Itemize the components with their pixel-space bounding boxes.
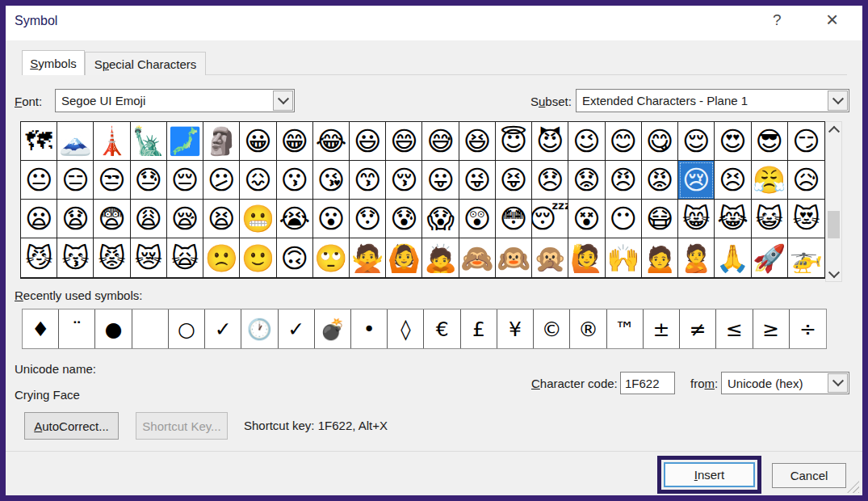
symbol-cell[interactable]: 😈 (532, 122, 568, 161)
recent-symbol-cell[interactable]: © (534, 309, 570, 348)
symbol-cell[interactable]: 😶 (606, 200, 642, 238)
symbol-cell[interactable]: 🙂 (240, 238, 276, 277)
recent-symbol-cell[interactable]: ≠ (680, 309, 716, 348)
from-select[interactable]: Unicode (hex) (721, 372, 849, 394)
symbol-cell[interactable]: 🙄 (313, 238, 350, 277)
recent-symbol-cell[interactable]: ÷ (790, 309, 826, 348)
symbol-cell[interactable]: 😐 (21, 161, 57, 200)
recent-symbol-cell[interactable]: ® (570, 309, 606, 348)
symbol-cell[interactable]: 🗻 (57, 122, 94, 161)
symbol-cell[interactable]: 😬 (240, 200, 276, 238)
symbol-cell[interactable]: 😓 (131, 161, 167, 200)
symbol-cell[interactable]: 😡 (642, 161, 678, 200)
recent-symbol-cell[interactable] (132, 309, 169, 348)
symbol-cell[interactable]: 😎 (752, 122, 788, 161)
recent-symbol-cell[interactable]: ✓ (205, 309, 241, 348)
symbol-cell[interactable]: 😅 (422, 122, 459, 161)
symbol-cell[interactable]: 🗿 (203, 122, 240, 161)
symbol-cell[interactable]: 🙊 (532, 238, 568, 277)
symbol-cell[interactable]: 😴 (532, 200, 568, 238)
symbol-cell[interactable]: 😻 (788, 200, 824, 238)
symbol-cell[interactable]: 😵 (568, 200, 605, 238)
recent-symbol-cell[interactable]: ≥ (753, 309, 790, 348)
symbol-cell[interactable]: 🙀 (167, 238, 203, 277)
symbol-cell[interactable]: 🙅 (350, 238, 386, 277)
symbol-cell[interactable]: 😯 (350, 200, 386, 238)
symbol-cell[interactable]: 😽 (57, 238, 94, 277)
symbol-cell[interactable]: 😤 (752, 161, 788, 200)
symbol-cell[interactable]: 😋 (642, 122, 678, 161)
symbol-cell[interactable]: 🙏 (715, 238, 751, 277)
recent-symbol-cell[interactable]: 💣 (315, 309, 351, 348)
recent-symbol-cell[interactable]: ¨ (59, 309, 95, 348)
recent-symbol-cell[interactable]: £ (461, 309, 497, 348)
symbol-cell[interactable]: 🚁 (788, 238, 824, 277)
symbol-cell[interactable]: 😳 (496, 200, 532, 238)
symbol-cell[interactable]: 🙁 (203, 238, 240, 277)
character-code-input[interactable] (620, 372, 675, 394)
from-select-dropdown-button[interactable] (828, 373, 848, 393)
symbol-cell[interactable]: 😉 (568, 122, 605, 161)
symbol-cell[interactable]: 😑 (57, 161, 94, 200)
symbol-cell[interactable]: 😄 (386, 122, 422, 161)
symbol-cell[interactable]: 😕 (203, 161, 240, 200)
scrollbar-thumb[interactable] (828, 211, 840, 238)
symbol-cell[interactable]: 😿 (131, 238, 167, 277)
symbol-cell[interactable]: 🙆 (386, 238, 422, 277)
symbol-cell[interactable]: 😖 (240, 161, 276, 200)
symbol-cell[interactable]: 😜 (459, 161, 496, 200)
symbol-cell[interactable]: 😥 (788, 161, 824, 200)
symbol-cell[interactable]: 😍 (715, 122, 751, 161)
symbol-cell[interactable]: 🙍 (642, 238, 678, 277)
subset-select-dropdown-button[interactable] (828, 91, 848, 111)
symbol-cell[interactable]: 😟 (568, 161, 605, 200)
symbol-cell[interactable]: 🙌 (606, 238, 642, 277)
close-icon[interactable]: × (821, 6, 843, 33)
recent-symbol-cell[interactable]: 🕐 (241, 309, 278, 348)
recent-symbol-cell[interactable]: ○ (169, 309, 205, 348)
symbol-cell[interactable]: 🙎 (678, 238, 715, 277)
symbol-cell[interactable]: 😼 (21, 238, 57, 277)
symbol-cell[interactable]: 😦 (21, 200, 57, 238)
symbol-cell[interactable]: 😔 (167, 161, 203, 200)
font-select[interactable]: Segoe UI Emoji (55, 89, 295, 112)
symbol-cell[interactable]: 🗾 (167, 122, 203, 161)
symbol-cell[interactable]: 😲 (459, 200, 496, 238)
symbol-cell[interactable]: 🚀 (752, 238, 788, 277)
symbol-cell[interactable]: 🗼 (94, 122, 130, 161)
symbol-cell[interactable]: 😫 (203, 200, 240, 238)
symbol-cell[interactable]: 😠 (606, 161, 642, 200)
symbol-cell[interactable]: 🙃 (277, 238, 313, 277)
symbol-cell[interactable]: 🙉 (496, 238, 532, 277)
symbol-cell[interactable]: 😰 (386, 200, 422, 238)
symbol-cell[interactable]: 😞 (532, 161, 568, 200)
symbol-cell[interactable]: 😭 (277, 200, 313, 238)
symbol-cell[interactable]: 😝 (496, 161, 532, 200)
tab-symbols[interactable]: Symbols (22, 50, 85, 75)
recent-symbol-cell[interactable]: ✓ (279, 309, 315, 348)
recent-symbol-cell[interactable]: € (424, 309, 460, 348)
scroll-up-button[interactable] (826, 122, 841, 136)
recent-symbol-cell[interactable]: ♦ (23, 309, 59, 348)
symbol-cell[interactable]: 😘 (313, 161, 350, 200)
symbol-cell[interactable]: 😺 (752, 200, 788, 238)
symbol-cell[interactable]: 😷 (642, 200, 678, 238)
recent-symbol-cell[interactable]: ◊ (388, 309, 424, 348)
recent-symbol-cell[interactable]: ™ (607, 309, 644, 348)
grid-scrollbar[interactable] (825, 121, 842, 282)
autocorrect-button[interactable]: AutoCorrect... (24, 412, 119, 440)
symbol-cell[interactable]: 😀 (240, 122, 276, 161)
symbol-cell[interactable]: 😹 (715, 200, 751, 238)
symbol-cell[interactable]: 😣 (715, 161, 751, 200)
symbol-cell[interactable]: 😱 (422, 200, 459, 238)
symbol-cell[interactable]: 😪 (167, 200, 203, 238)
symbol-cell[interactable]: 😊 (606, 122, 642, 161)
recent-symbol-cell[interactable]: • (351, 309, 388, 348)
insert-button[interactable]: Insert (664, 462, 755, 487)
recent-symbol-cell[interactable]: ± (644, 309, 680, 348)
symbol-cell[interactable]: 😇 (496, 122, 532, 161)
symbol-cell[interactable]: 😨 (94, 200, 130, 238)
symbol-cell[interactable]: 😌 (678, 122, 715, 161)
subset-select[interactable]: Extended Characters - Plane 1 (576, 89, 849, 112)
symbol-cell[interactable]: 😸 (678, 200, 715, 238)
